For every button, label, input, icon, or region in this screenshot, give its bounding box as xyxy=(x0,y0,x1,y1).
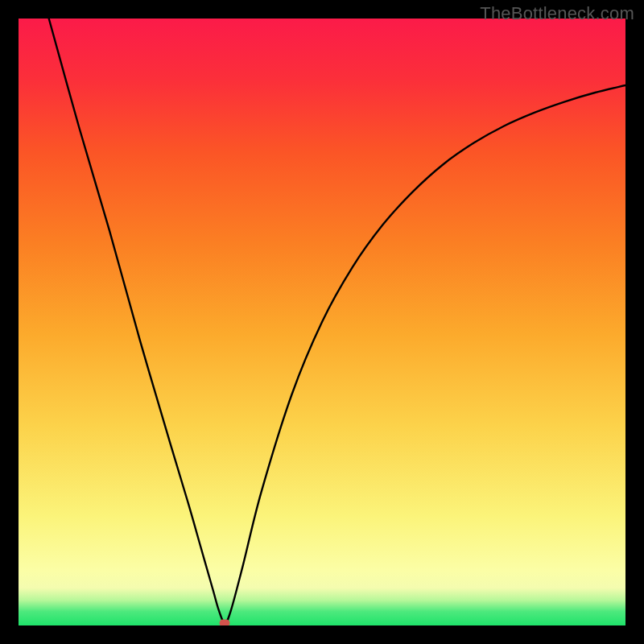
minimum-marker xyxy=(220,619,230,625)
plot-area xyxy=(19,19,625,625)
bottleneck-curve xyxy=(49,19,625,623)
chart-frame: TheBottleneck.com xyxy=(0,0,644,644)
curve-svg xyxy=(19,19,625,625)
watermark-text: TheBottleneck.com xyxy=(480,3,634,24)
